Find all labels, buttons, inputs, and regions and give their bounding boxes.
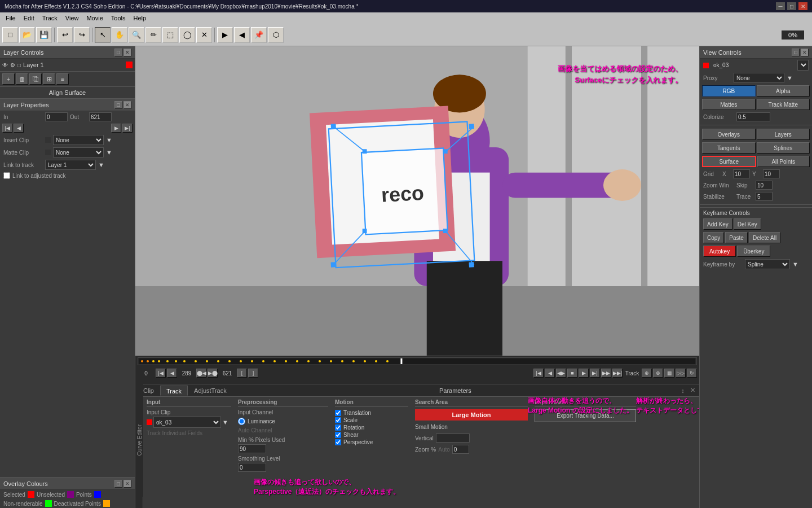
tc-play-next[interactable]: ▶⬤: [208, 369, 218, 378]
new-button[interactable]: □: [2, 27, 18, 43]
insert-clip-dropdown[interactable]: None: [53, 135, 104, 145]
right-layer-dropdown[interactable]: ▼: [797, 60, 809, 71]
track-matte-button[interactable]: Track Matte: [757, 99, 810, 110]
tc-prev[interactable]: ◀: [167, 369, 177, 378]
export-tracking-button[interactable]: Export Tracking Data...: [535, 409, 636, 422]
tc-grid[interactable]: ▦: [664, 369, 674, 378]
pen-tool[interactable]: ✏: [145, 27, 161, 43]
zoom-tool[interactable]: 🔍: [129, 27, 144, 43]
non-renderable-swatch[interactable]: [45, 500, 52, 507]
vertical-input[interactable]: [436, 433, 470, 443]
save-button[interactable]: 💾: [36, 27, 52, 43]
circle-tool[interactable]: ◯: [179, 27, 195, 43]
open-button[interactable]: 📂: [19, 27, 35, 43]
tc-bracket-l[interactable]: [: [237, 369, 247, 378]
select-tool[interactable]: ↖: [95, 27, 111, 43]
deactivated-swatch[interactable]: [103, 500, 110, 507]
tc-loop[interactable]: ↻: [687, 369, 697, 378]
tc-link[interactable]: ⊕: [642, 369, 652, 378]
layer-props-close[interactable]: ✕: [123, 101, 131, 109]
tab-adjust-track[interactable]: AdjustTrack: [188, 386, 232, 396]
layer-option-button[interactable]: ≡: [56, 73, 69, 85]
smoothing-input[interactable]: [238, 463, 266, 472]
menu-help[interactable]: Help: [130, 12, 149, 24]
layer-visibility-icon[interactable]: 👁: [2, 62, 8, 68]
luminance-radio[interactable]: [238, 418, 245, 425]
menu-tools[interactable]: Tools: [108, 12, 129, 24]
pin-tool[interactable]: 📌: [251, 27, 267, 43]
min-pixels-input[interactable]: [238, 444, 266, 453]
nav-next-button[interactable]: ▶: [111, 124, 121, 133]
view-controls-expand[interactable]: □: [792, 49, 800, 56]
tc-track-prev[interactable]: ◀▶: [556, 369, 566, 378]
close-button[interactable]: ✕: [798, 2, 807, 10]
menu-view[interactable]: View: [62, 12, 82, 24]
rotation-checkbox[interactable]: [335, 424, 341, 431]
uberkey-button[interactable]: Überkey: [737, 246, 770, 257]
menu-file[interactable]: File: [2, 12, 19, 24]
tc-track-first[interactable]: |◀: [533, 369, 544, 378]
undo-button[interactable]: ↩: [57, 27, 73, 43]
tc-track-stop[interactable]: ■: [567, 369, 577, 378]
keyframe-by-dropdown[interactable]: Spline: [745, 259, 790, 269]
layer-settings-icon[interactable]: ⚙: [10, 62, 15, 68]
video-area[interactable]: reco 画像を当てはめる領域の設定のため、 Surfac: [135, 46, 699, 356]
nav-prev-button[interactable]: ◀: [14, 124, 24, 133]
splines-button[interactable]: Splines: [757, 142, 810, 154]
menu-movie[interactable]: Movie: [83, 12, 106, 24]
x-tool[interactable]: ✕: [196, 27, 212, 43]
add-layer-button[interactable]: +: [2, 73, 15, 85]
all-points-button[interactable]: All Points: [757, 156, 810, 167]
copy-button[interactable]: Copy: [703, 232, 724, 243]
duplicate-layer-button[interactable]: ⿻: [29, 73, 42, 85]
minimize-button[interactable]: ─: [776, 2, 785, 10]
track-tool-2[interactable]: ◀: [234, 27, 250, 43]
merge-layer-button[interactable]: ⊞: [43, 73, 55, 85]
move-tool[interactable]: ✋: [112, 27, 127, 43]
layers-button[interactable]: Layers: [757, 129, 810, 140]
skip-input[interactable]: [756, 181, 773, 190]
autokey-button[interactable]: Autokey: [703, 246, 736, 257]
selected-colour-swatch[interactable]: [28, 491, 34, 498]
paste-button[interactable]: Paste: [725, 232, 748, 243]
input-clip-select[interactable]: ok_03: [153, 417, 221, 428]
timeline-bar[interactable]: [138, 357, 697, 365]
warp-tool[interactable]: ⬡: [268, 27, 284, 43]
redo-button[interactable]: ↪: [74, 27, 90, 43]
layer-controls-expand[interactable]: □: [114, 49, 122, 56]
rect-tool[interactable]: ⬚: [162, 27, 178, 43]
unselected-colour-swatch[interactable]: [67, 491, 74, 498]
tc-unlink[interactable]: ⊗: [653, 369, 663, 378]
layer-props-expand[interactable]: □: [114, 101, 122, 109]
zoom-input[interactable]: [452, 445, 469, 454]
tc-play-all[interactable]: ▷▷: [676, 369, 686, 378]
tangents-button[interactable]: Tangents: [702, 142, 756, 154]
translation-checkbox[interactable]: [335, 410, 341, 416]
maximize-button[interactable]: □: [787, 2, 796, 10]
rgb-button[interactable]: RGB: [702, 85, 756, 97]
link-to-track-dropdown[interactable]: Layer 1: [45, 160, 96, 170]
alpha-button[interactable]: Alpha: [757, 85, 810, 97]
del-key-button[interactable]: Del Key: [734, 218, 761, 230]
matte-clip-dropdown[interactable]: None: [53, 147, 104, 157]
out-value-input[interactable]: [89, 112, 112, 121]
align-surface-button[interactable]: Align Surface: [0, 87, 135, 99]
mattes-button[interactable]: Mattes: [702, 99, 756, 110]
perspective-checkbox[interactable]: [335, 439, 341, 445]
grid-x-input[interactable]: [733, 169, 750, 178]
tc-bracket-r[interactable]: ]: [248, 369, 258, 378]
link-adjusted-checkbox[interactable]: [3, 172, 10, 179]
tc-track-prev-frame[interactable]: ◀: [545, 369, 555, 378]
points-colour-swatch[interactable]: [94, 491, 101, 498]
delete-layer-button[interactable]: 🗑: [16, 73, 28, 85]
small-motion-label[interactable]: Small Motion: [415, 424, 528, 430]
track-tool-1[interactable]: ▶: [217, 27, 233, 43]
overlay-colours-expand[interactable]: □: [114, 480, 122, 488]
grid-y-input[interactable]: [763, 169, 780, 178]
tc-play-prev[interactable]: ⬤◀: [196, 369, 206, 378]
in-value-input[interactable]: [45, 112, 68, 121]
shear-checkbox[interactable]: [335, 432, 341, 438]
tc-track-next-frame[interactable]: ▶|: [590, 369, 600, 378]
scale-checkbox[interactable]: [335, 417, 341, 423]
tc-track-next[interactable]: ▶: [579, 369, 589, 378]
